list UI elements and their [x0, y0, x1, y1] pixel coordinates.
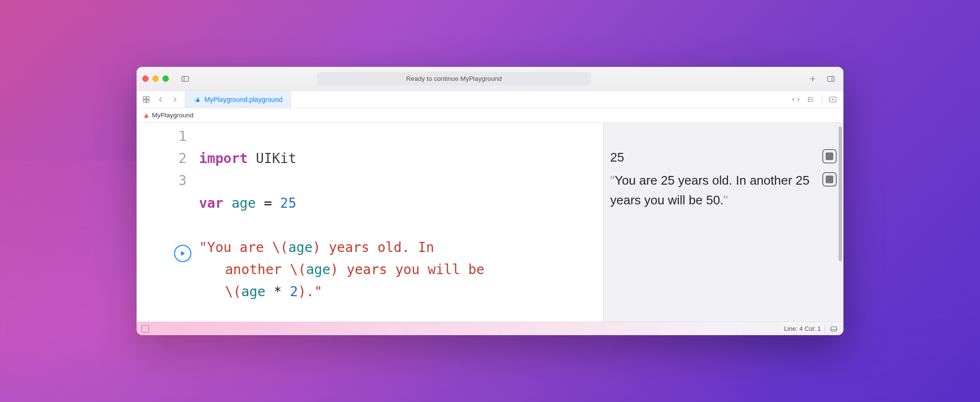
breadcrumb-label: MyPlayground — [152, 112, 193, 119]
svg-rect-6 — [143, 97, 146, 99]
svg-rect-7 — [147, 97, 149, 99]
swift-icon — [193, 96, 201, 103]
result-row: 25 — [610, 146, 837, 169]
result-row: "You are 25 years old. In another 25 yea… — [610, 169, 837, 212]
editor-area: 1 2 3 import UIKit var age = 25 "You are… — [137, 123, 843, 322]
tab-playground[interactable]: MyPlayground.playground — [185, 91, 291, 108]
svg-rect-14 — [808, 99, 809, 100]
nav-forward-button[interactable] — [168, 94, 182, 105]
add-editor-button[interactable] — [826, 94, 840, 105]
minimap-toggle-button[interactable] — [829, 325, 839, 333]
line-number-gutter: 1 2 3 — [137, 123, 194, 322]
close-window-button[interactable] — [142, 75, 149, 82]
debug-area-toggle-icon[interactable] — [141, 325, 149, 333]
toggle-sidebar-button[interactable] — [178, 73, 192, 85]
svg-rect-4 — [828, 76, 834, 81]
svg-rect-8 — [143, 100, 146, 102]
titlebar: Ready to continue MyPlayground — [137, 67, 843, 91]
scrollbar-thumb[interactable] — [839, 126, 842, 261]
zoom-window-button[interactable] — [163, 75, 169, 82]
xcode-window: Ready to continue MyPlayground — [137, 67, 843, 335]
activity-status[interactable]: Ready to continue MyPlayground — [317, 72, 591, 86]
tab-label: MyPlayground.playground — [204, 96, 283, 103]
svg-rect-15 — [808, 100, 809, 102]
status-bar: Line: 4 Col: 1 — [137, 322, 843, 335]
code-content[interactable]: import UIKit var age = 25 "You are \(age… — [194, 123, 603, 322]
result-value: 25 — [610, 148, 817, 167]
breadcrumb-bar[interactable]: MyPlayground — [137, 108, 843, 123]
swift-icon — [141, 112, 149, 119]
tab-nav-controls — [137, 91, 185, 108]
svg-rect-9 — [147, 100, 149, 102]
divider — [822, 95, 822, 104]
line-number: 3 — [137, 170, 187, 192]
tab-bar-right — [789, 91, 843, 108]
svg-rect-0 — [182, 76, 188, 81]
add-button[interactable] — [806, 73, 819, 85]
minimize-window-button[interactable] — [152, 75, 159, 82]
window-controls — [142, 75, 169, 82]
nav-back-button[interactable] — [154, 94, 167, 105]
quicklook-result-button[interactable] — [822, 149, 837, 163]
cursor-position: Line: 4 Col: 1 — [784, 325, 821, 332]
code-editor[interactable]: 1 2 3 import UIKit var age = 25 "You are… — [137, 123, 603, 322]
divider — [825, 325, 825, 333]
toggle-right-sidebar-button[interactable] — [824, 73, 838, 85]
toggle-canvas-button[interactable] — [789, 94, 803, 105]
tab-bar: MyPlayground.playground — [137, 91, 843, 108]
line-number: 1 — [137, 126, 187, 148]
adjust-editor-options-button[interactable] — [804, 94, 818, 105]
line-number: 2 — [137, 148, 187, 170]
quicklook-result-button[interactable] — [822, 172, 837, 187]
svg-rect-19 — [831, 327, 837, 331]
activity-status-text: Ready to continue MyPlayground — [406, 75, 502, 82]
svg-rect-13 — [808, 97, 809, 98]
result-value: "You are 25 years old. In another 25 yea… — [610, 171, 817, 210]
results-sidebar: 25 "You are 25 years old. In another 25 … — [603, 123, 843, 322]
related-items-button[interactable] — [139, 94, 153, 105]
